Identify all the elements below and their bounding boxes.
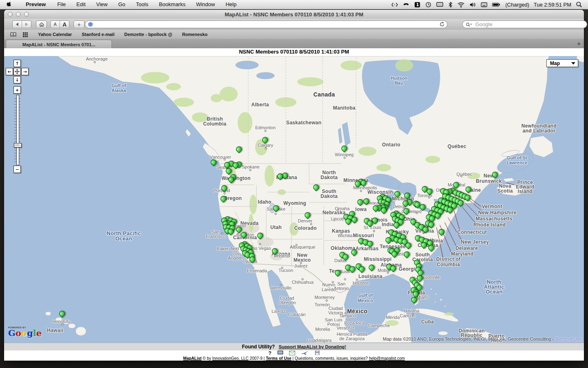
wifi-icon[interactable] [457, 2, 465, 8]
smaller-text-button[interactable]: A [51, 21, 60, 28]
map-marker[interactable] [368, 263, 376, 272]
phone-icon[interactable] [403, 2, 410, 8]
app-badge-1-icon[interactable]: 1 [414, 2, 421, 8]
map-marker[interactable] [235, 145, 243, 153]
pan-up-button[interactable]: ↑ [13, 60, 21, 67]
menu-clock[interactable]: Tue 2:59:51 PM [534, 2, 571, 8]
map-marker[interactable] [225, 167, 233, 175]
map-label: Colorado [294, 225, 316, 231]
menu-file[interactable]: File [52, 0, 71, 9]
map-marker[interactable] [403, 250, 411, 258]
map-marker[interactable] [340, 144, 348, 153]
pan-left-button[interactable]: ← [6, 68, 13, 75]
map-marker[interactable] [334, 269, 342, 277]
spotlight-icon[interactable] [576, 1, 582, 8]
bluetooth-icon[interactable] [448, 2, 453, 8]
bookmark-item[interactable]: Romenesko [182, 32, 207, 37]
time-machine-icon[interactable] [425, 2, 432, 8]
menu-tools[interactable]: Tools [131, 0, 154, 9]
bookmark-item[interactable]: Stanford e-mail [82, 32, 114, 37]
map-marker[interactable] [209, 158, 218, 166]
zoom-slider-handle[interactable] [14, 143, 22, 148]
map-label: Gulf of [111, 83, 126, 88]
map-marker[interactable] [356, 198, 364, 206]
menu-edit[interactable]: Edit [71, 0, 91, 9]
map-marker[interactable] [220, 184, 228, 192]
apple-menu-icon[interactable] [7, 1, 12, 8]
bookmark-item[interactable]: Yahoo Calendar [38, 32, 72, 37]
google-attribution-logo[interactable]: POWERED BY Google [8, 326, 42, 337]
footer-terms-link[interactable]: Terms of Use [266, 356, 292, 361]
map-marker[interactable] [437, 228, 445, 236]
map-label: New Jersey [461, 239, 489, 245]
tab-mapalist[interactable]: MapAList - NSNC Members 0701... [6, 40, 112, 49]
larger-text-button[interactable]: A [60, 21, 69, 28]
map-marker[interactable] [403, 191, 411, 200]
terms-of-use-link[interactable]: Terms of Use [555, 337, 581, 341]
map-marker[interactable] [58, 310, 66, 318]
map-label: South [322, 188, 336, 194]
map-marker[interactable] [312, 183, 320, 191]
map-marker[interactable] [464, 185, 472, 193]
bookmark-item[interactable]: Demzette - bpollock @ [124, 32, 172, 37]
map-marker[interactable] [303, 211, 312, 219]
menu-app-name[interactable]: Preview [20, 0, 52, 9]
innovationgeo-link[interactable]: InnovationGeo, LLC [212, 356, 249, 361]
map-marker[interactable] [393, 190, 401, 198]
map-marker[interactable] [271, 247, 279, 255]
address-input[interactable] [93, 21, 439, 28]
map-label: Mississippi [364, 256, 392, 262]
zoom-in-button[interactable]: + [13, 86, 21, 94]
map-marker[interactable] [350, 248, 358, 256]
help-icon[interactable]: ? [268, 351, 271, 355]
keyboard-viewer-icon[interactable] [481, 2, 488, 8]
map-marker[interactable] [362, 197, 370, 205]
map-marker[interactable] [240, 231, 248, 239]
volume-icon[interactable] [469, 2, 476, 8]
map-marker[interactable] [272, 204, 280, 212]
city-dot [360, 190, 362, 192]
zoom-out-button[interactable]: − [13, 166, 21, 173]
city-dot [62, 323, 64, 325]
bookmarks-book-icon[interactable] [10, 32, 17, 37]
map-label: Nebraska [323, 210, 345, 215]
window-title-bar[interactable]: MapAList - NSNC Members 070110 8/5/2010 … [4, 10, 584, 19]
search-input[interactable] [474, 21, 584, 28]
map-label: Canada [314, 91, 335, 98]
pan-center-button[interactable] [13, 68, 21, 75]
forward-button[interactable] [22, 21, 31, 28]
map-marker[interactable] [491, 171, 499, 179]
map-marker[interactable] [261, 136, 269, 144]
display-icon[interactable] [436, 2, 443, 8]
map-marker[interactable] [219, 195, 227, 203]
address-bar[interactable] [85, 20, 448, 28]
new-tab-button[interactable]: + [74, 20, 85, 28]
city-dot [461, 175, 463, 177]
map-label: Saskatchewan [286, 120, 321, 126]
menu-help[interactable]: Help [220, 0, 242, 9]
help-email-link[interactable]: help@mapalist.com [369, 356, 405, 361]
pan-right-button[interactable]: → [21, 68, 29, 75]
zoom-slider[interactable] [14, 95, 20, 164]
mapalist-link[interactable]: MapAList [183, 356, 202, 361]
city-dot [387, 272, 389, 274]
map-marker[interactable] [256, 231, 264, 240]
menu-window[interactable]: Window [191, 0, 220, 9]
menu-view[interactable]: View [91, 0, 113, 9]
map-marker[interactable] [410, 296, 418, 304]
menu-go[interactable]: Go [113, 0, 130, 9]
code-arrows-icon[interactable] [391, 2, 398, 8]
home-button[interactable] [36, 20, 47, 28]
map-type-dropdown[interactable]: Map [546, 59, 578, 67]
new-tab-plus[interactable]: + [577, 39, 581, 48]
top-sites-grid-icon[interactable] [22, 32, 28, 37]
search-magnifier-icon[interactable] [466, 22, 472, 27]
menu-bookmarks[interactable]: Bookmarks [154, 0, 191, 9]
pan-down-button[interactable]: ↓ [13, 76, 21, 83]
donate-link[interactable]: Support MapAList by Donating! [279, 344, 346, 349]
battery-icon[interactable] [492, 2, 501, 8]
reload-icon[interactable] [439, 22, 445, 27]
map-canvas[interactable]: HudsonBayGulf ofAlaskaGulf ofMexicoGulf … [4, 56, 584, 343]
back-button[interactable] [13, 21, 22, 28]
search-field[interactable] [462, 20, 587, 28]
